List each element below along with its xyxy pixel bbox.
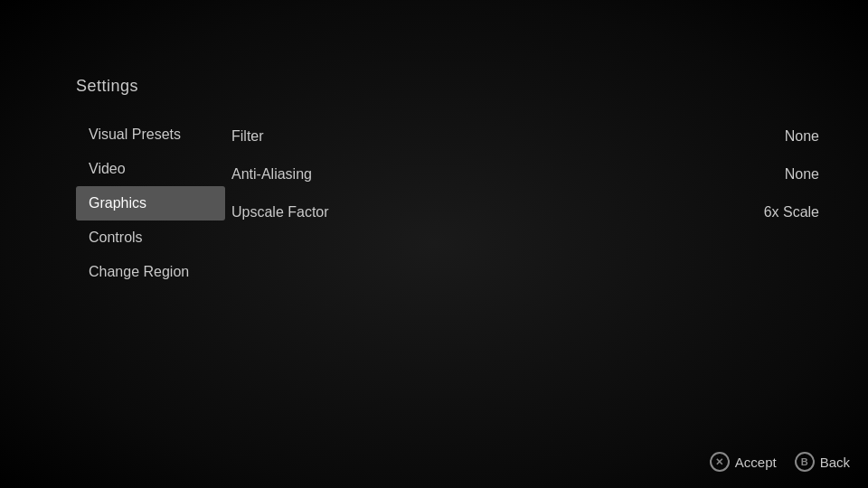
sidebar: Visual Presets Video Graphics Controls C… (76, 117, 225, 289)
content-panel: Filter None Anti-Aliasing None Upscale F… (231, 117, 828, 231)
anti-aliasing-label: Anti-Aliasing (231, 166, 312, 183)
sidebar-item-video[interactable]: Video (76, 152, 225, 186)
footer-buttons: ✕ Accept B Back (710, 452, 850, 472)
upscale-factor-label: Upscale Factor (231, 204, 329, 221)
anti-aliasing-value: None (785, 166, 819, 183)
sidebar-item-visual-presets[interactable]: Visual Presets (76, 117, 225, 152)
accept-button[interactable]: ✕ Accept (710, 452, 777, 472)
filter-label: Filter (231, 128, 264, 145)
upscale-factor-value: 6x Scale (764, 204, 819, 221)
page-title: Settings (76, 77, 138, 96)
setting-row-upscale-factor[interactable]: Upscale Factor 6x Scale (231, 193, 828, 231)
back-label: Back (820, 455, 850, 470)
setting-row-anti-aliasing[interactable]: Anti-Aliasing None (231, 155, 828, 193)
sidebar-item-controls[interactable]: Controls (76, 221, 225, 255)
setting-row-filter[interactable]: Filter None (231, 117, 828, 155)
sidebar-item-change-region[interactable]: Change Region (76, 255, 225, 289)
accept-icon: ✕ (710, 452, 730, 472)
accept-label: Accept (735, 455, 777, 470)
sidebar-item-graphics[interactable]: Graphics (76, 186, 225, 221)
back-button[interactable]: B Back (795, 452, 850, 472)
filter-value: None (785, 128, 819, 145)
back-icon: B (795, 452, 815, 472)
